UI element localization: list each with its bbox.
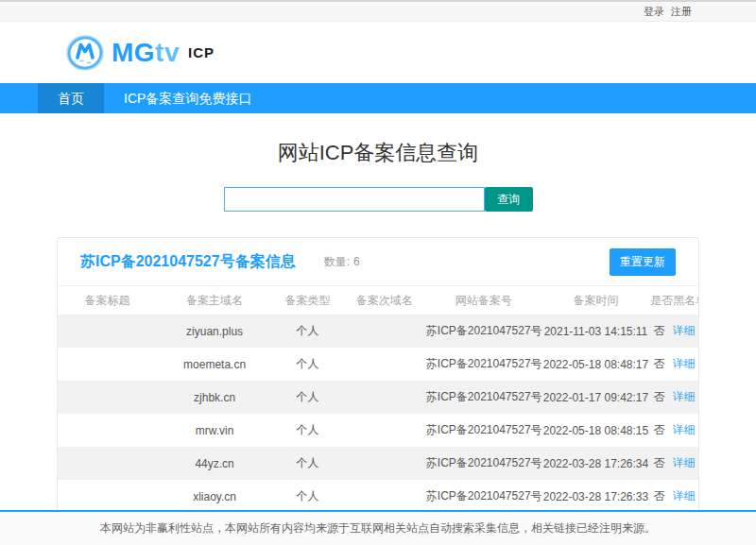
cell-record-time: 2022-05-18 08:48:15 [541,414,650,447]
table-row: xliaoy.cn 个人 苏ICP备2021047527号-6 2022-03-… [58,480,698,513]
cell-record-number: 苏ICP备2021047527号-2 [426,381,541,414]
table-row: zjhbk.cn 个人 苏ICP备2021047527号-2 2022-01-1… [58,381,698,414]
nav-item-home[interactable]: 首页 [38,83,104,113]
result-count: 数量:6 [324,254,360,270]
detail-link[interactable]: 详细 [673,357,696,370]
result-count-label: 数量: [324,255,350,268]
cell-record-number: 苏ICP备2021047527号-10 [426,348,541,381]
cell-blacklist: 否详细 [650,447,698,480]
logo-text: MGtv [112,38,180,68]
table-row: moemeta.cn 个人 苏ICP备2021047527号-10 2022-0… [58,348,698,381]
col-header-sub-domain: 备案次域名 [343,286,426,315]
col-header-blacklist: 是否黑名单 [650,286,698,315]
footer: 本网站为非赢利性站点，本网站所有内容均来源于互联网相关站点自动搜索采集信息，相关… [0,510,756,545]
blacklist-value: 否 [654,423,665,436]
col-header-main-domain: 备案主域名 [157,286,272,315]
detail-link[interactable]: 详细 [673,423,696,436]
cell-main-domain: moemeta.cn [157,348,272,381]
cell-record-number: 苏ICP备2021047527号-7 [426,447,541,480]
col-header-title: 备案标题 [58,286,157,315]
reset-refresh-button[interactable]: 重置更新 [610,248,676,276]
cell-blacklist: 否详细 [650,480,698,513]
register-link[interactable]: 注册 [671,5,692,19]
detail-link[interactable]: 详细 [673,489,696,502]
cell-record-time: 2021-11-03 14:15:11 [541,315,650,348]
cell-sub-domain [343,414,426,447]
search-form: 查询 [0,187,756,212]
records-table: 备案标题 备案主域名 备案类型 备案次域名 网站备案号 备案时间 是否黑名单 z… [58,286,698,513]
table-body: ziyuan.plus 个人 苏ICP备2021047527号-1 2021-1… [58,315,698,513]
blacklist-value: 否 [654,456,665,469]
cell-type: 个人 [272,315,343,348]
cell-blacklist: 否详细 [650,315,698,348]
logo-icon [64,32,106,74]
topbar: 登录 注册 [0,0,756,22]
cell-sub-domain [343,315,426,348]
detail-link[interactable]: 详细 [673,456,696,469]
cell-sub-domain [343,348,426,381]
table-header-row: 备案标题 备案主域名 备案类型 备案次域名 网站备案号 备案时间 是否黑名单 [58,286,698,315]
cell-blacklist: 否详细 [650,348,698,381]
cell-record-number: 苏ICP备2021047527号-8 [426,414,541,447]
cell-main-domain: 44yz.cn [157,447,272,480]
cell-main-domain: ziyuan.plus [157,315,272,348]
cell-type: 个人 [272,447,343,480]
blacklist-value: 否 [654,357,665,370]
cell-record-number: 苏ICP备2021047527号-1 [426,315,541,348]
logo-suffix: ICP [188,44,215,60]
login-link[interactable]: 登录 [644,5,664,19]
cell-record-time: 2022-03-28 17:26:33 [541,480,650,513]
main-nav: 首页 ICP备案查询免费接口 [0,83,756,113]
cell-sub-domain [343,447,426,480]
blacklist-value: 否 [654,324,665,337]
nav-item-icp-api[interactable]: ICP备案查询免费接口 [104,83,271,113]
result-card-header: 苏ICP备2021047527号备案信息 数量:6 重置更新 [58,238,698,286]
cell-record-title [58,480,157,513]
footer-text: 本网站为非赢利性站点，本网站所有内容均来源于互联网相关站点自动搜索采集信息，相关… [100,520,656,536]
col-header-time: 备案时间 [541,286,650,315]
cell-blacklist: 否详细 [650,414,698,447]
blacklist-value: 否 [654,489,665,502]
cell-main-domain: zjhbk.cn [157,381,272,414]
cell-record-title [58,414,157,447]
result-count-value: 6 [353,255,360,268]
cell-type: 个人 [272,348,343,381]
table-row: 44yz.cn 个人 苏ICP备2021047527号-7 2022-03-28… [58,447,698,480]
search-input[interactable] [224,187,485,212]
cell-sub-domain [343,480,426,513]
cell-main-domain: mrw.vin [157,414,272,447]
detail-link[interactable]: 详细 [673,324,696,337]
cell-sub-domain [343,381,426,414]
logo[interactable]: MGtv ICP [64,32,215,74]
col-header-number: 网站备案号 [426,286,541,315]
cell-record-title [58,315,157,348]
cell-record-title [58,381,157,414]
result-card-title: 苏ICP备2021047527号备案信息 [80,252,296,272]
cell-record-title [58,348,157,381]
col-header-type: 备案类型 [272,286,343,315]
table-row: ziyuan.plus 个人 苏ICP备2021047527号-1 2021-1… [58,315,698,348]
detail-link[interactable]: 详细 [673,390,696,403]
cell-type: 个人 [272,480,343,513]
result-card: 苏ICP备2021047527号备案信息 数量:6 重置更新 备案标题 备案主域… [57,237,699,514]
table-row: mrw.vin 个人 苏ICP备2021047527号-8 2022-05-18… [58,414,698,447]
cell-record-time: 2022-05-18 08:48:17 [541,348,650,381]
site-header: MGtv ICP [0,22,756,83]
cell-type: 个人 [272,414,343,447]
cell-record-number: 苏ICP备2021047527号-6 [426,480,541,513]
cell-blacklist: 否详细 [650,381,698,414]
cell-record-time: 2022-01-17 09:42:17 [541,381,650,414]
cell-main-domain: xliaoy.cn [157,480,272,513]
cell-type: 个人 [272,381,343,414]
search-button[interactable]: 查询 [485,187,533,212]
cell-record-title [58,447,157,480]
main-content: 网站ICP备案信息查询 查询 苏ICP备2021047527号备案信息 数量:6… [0,139,756,514]
blacklist-value: 否 [654,390,665,403]
cell-record-time: 2022-03-28 17:26:34 [541,447,650,480]
page-title: 网站ICP备案信息查询 [0,139,756,167]
